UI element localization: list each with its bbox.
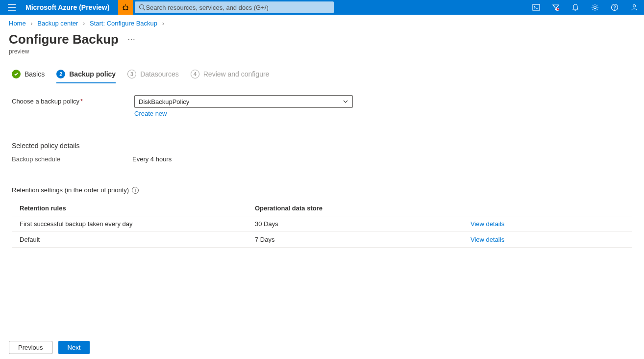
settings-button[interactable] — [585, 0, 605, 15]
tab-datasources: 3 Datasources — [127, 67, 179, 83]
bell-icon — [571, 3, 579, 11]
check-icon — [12, 70, 21, 78]
cloud-shell-icon — [532, 3, 540, 11]
schedule-value: Every 4 hours — [132, 155, 172, 163]
cloud-shell-button[interactable] — [526, 0, 546, 15]
table-row: First successful backup taken every day … — [12, 216, 632, 232]
help-icon — [611, 3, 619, 11]
schedule-label: Backup schedule — [12, 155, 132, 163]
wizard-footer: Previous Next — [9, 341, 90, 354]
svg-line-6 — [127, 6, 128, 7]
person-feedback-icon — [630, 3, 638, 11]
chevron-down-icon — [343, 99, 348, 104]
title-row: Configure Backup ⋯ — [0, 30, 644, 48]
debug-badge[interactable] — [118, 0, 133, 15]
required-indicator: * — [80, 98, 83, 105]
tab-basics[interactable]: Basics — [12, 67, 45, 83]
cell-store: 30 Days — [255, 220, 471, 228]
global-search[interactable] — [135, 1, 333, 13]
tab-backup-policy[interactable]: 2 Backup policy — [56, 67, 116, 83]
breadcrumb-backup-center[interactable]: Backup center — [37, 20, 78, 27]
tab-review: 4 Review and configure — [191, 67, 270, 83]
next-button[interactable]: Next — [58, 341, 90, 354]
policy-row: Choose a backup policy* DiskBackupPolicy… — [12, 95, 632, 117]
view-details-link[interactable]: View details — [471, 220, 504, 228]
schedule-row: Backup schedule Every 4 hours — [12, 155, 632, 163]
tab-label: Review and configure — [203, 70, 270, 78]
breadcrumb: Home › Backup center › Start: Configure … — [0, 15, 644, 30]
filter-icon — [552, 3, 560, 11]
cell-store: 7 Days — [255, 236, 471, 243]
page-subtitle: preview — [0, 48, 644, 67]
step-number-icon: 3 — [127, 70, 136, 78]
cell-rule: Default — [20, 236, 255, 243]
chevron-right-icon: › — [27, 20, 35, 27]
retention-heading: Retention settings (in the order of prio… — [12, 186, 632, 194]
svg-line-5 — [123, 6, 124, 7]
brand-link[interactable]: Microsoft Azure (Preview) — [24, 3, 118, 11]
col-header-store: Operational data store — [255, 205, 471, 212]
view-details-link[interactable]: View details — [471, 236, 504, 243]
policy-dropdown[interactable]: DiskBackupPolicy — [134, 95, 353, 108]
selected-policy-heading: Selected policy details — [12, 142, 632, 150]
page-title: Configure Backup — [9, 32, 119, 47]
svg-point-20 — [633, 5, 636, 7]
breadcrumb-home[interactable]: Home — [9, 20, 26, 27]
svg-rect-13 — [533, 4, 540, 10]
previous-button[interactable]: Previous — [9, 341, 52, 354]
table-row: Default 7 Days View details — [12, 232, 632, 248]
chevron-right-icon: › — [80, 20, 88, 27]
step-number-icon: 2 — [56, 70, 65, 78]
hamburger-icon — [8, 4, 16, 11]
search-icon — [139, 4, 146, 11]
chevron-right-icon: › — [159, 20, 167, 27]
svg-point-15 — [557, 8, 559, 11]
hamburger-menu[interactable] — [0, 0, 24, 15]
top-navbar: Microsoft Azure (Preview) — [0, 0, 644, 15]
form-area: Choose a backup policy* DiskBackupPolicy… — [0, 95, 644, 248]
tab-label: Basics — [25, 70, 45, 78]
info-icon[interactable]: i — [132, 187, 139, 194]
help-button[interactable] — [605, 0, 624, 15]
table-header: Retention rules Operational data store — [12, 201, 632, 216]
tab-label: Backup policy — [69, 70, 116, 78]
col-header-rules: Retention rules — [20, 205, 255, 212]
cell-rule: First successful backup taken every day — [20, 220, 255, 228]
create-new-link[interactable]: Create new — [134, 110, 353, 117]
search-input[interactable] — [146, 4, 329, 11]
svg-point-19 — [614, 9, 615, 9]
retention-table: Retention rules Operational data store F… — [12, 201, 632, 248]
top-icon-bar — [526, 0, 644, 15]
bug-icon — [122, 3, 129, 11]
gear-icon — [591, 3, 599, 11]
policy-label: Choose a backup policy* — [12, 95, 134, 105]
wizard-tabs: Basics 2 Backup policy 3 Datasources 4 R… — [0, 67, 644, 83]
more-actions-button[interactable]: ⋯ — [127, 35, 135, 44]
svg-line-12 — [144, 9, 146, 11]
directory-filter-button[interactable] — [546, 0, 566, 15]
notifications-button[interactable] — [566, 0, 585, 15]
svg-point-3 — [124, 6, 127, 10]
step-number-icon: 4 — [191, 70, 199, 78]
svg-line-9 — [123, 9, 124, 10]
svg-line-10 — [127, 9, 128, 10]
svg-point-17 — [594, 6, 596, 9]
feedback-button[interactable] — [624, 0, 644, 15]
tab-label: Datasources — [140, 70, 179, 78]
dropdown-value: DiskBackupPolicy — [139, 98, 189, 105]
breadcrumb-start-configure[interactable]: Start: Configure Backup — [90, 20, 157, 27]
svg-point-11 — [140, 5, 144, 9]
